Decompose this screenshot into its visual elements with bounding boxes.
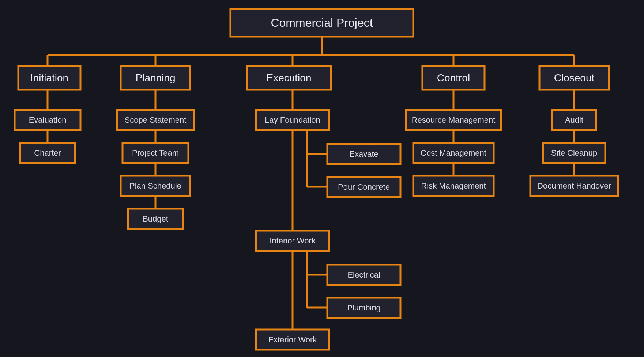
node-plan-schedule[interactable]: Plan Schedule	[121, 176, 190, 196]
node-pour-concrete[interactable]: Pour Concrete	[327, 177, 400, 197]
node-project-team[interactable]: Project Team	[123, 143, 188, 163]
node-budget-label: Budget	[143, 214, 168, 223]
node-exavate[interactable]: Exavate	[327, 144, 400, 164]
node-pour-concrete-label: Pour Concrete	[338, 182, 390, 191]
node-exterior-work[interactable]: Exterior Work	[256, 330, 329, 350]
node-document-handover-label: Document Handover	[537, 181, 611, 190]
node-scope-statement-label: Scope Statement	[125, 115, 187, 124]
node-site-cleanup[interactable]: Site Cleanup	[543, 143, 605, 163]
node-initiation-label: Initiation	[30, 72, 68, 83]
node-lay-foundation[interactable]: Lay Foundation	[256, 110, 329, 130]
node-cost-management-label: Cost Management	[421, 148, 486, 157]
node-control[interactable]: Control	[422, 66, 485, 90]
node-resource-management-label: Resource Management	[412, 115, 496, 124]
node-interior-work-label: Interior Work	[270, 236, 316, 245]
node-risk-management[interactable]: Risk Management	[413, 176, 494, 196]
node-exavate-label: Exavate	[349, 149, 379, 159]
node-charter-label: Charter	[34, 148, 61, 157]
node-plan-schedule-label: Plan Schedule	[129, 181, 181, 190]
node-closeout-label: Closeout	[554, 72, 595, 83]
node-audit[interactable]: Audit	[552, 110, 596, 130]
node-root[interactable]: Commercial Project	[230, 9, 413, 37]
node-plumbing[interactable]: Plumbing	[327, 298, 400, 318]
node-electrical[interactable]: Electrical	[327, 265, 400, 285]
node-plumbing-label: Plumbing	[347, 303, 381, 312]
node-audit-label: Audit	[565, 115, 583, 124]
node-execution-label: Execution	[267, 72, 312, 83]
node-charter[interactable]: Charter	[20, 143, 75, 163]
node-root-label: Commercial Project	[271, 16, 373, 29]
node-interior-work[interactable]: Interior Work	[256, 231, 329, 251]
node-initiation[interactable]: Initiation	[18, 66, 80, 90]
node-budget[interactable]: Budget	[128, 209, 183, 229]
node-planning-label: Planning	[136, 72, 176, 83]
node-cost-management[interactable]: Cost Management	[413, 143, 494, 163]
node-planning[interactable]: Planning	[121, 66, 190, 90]
node-electrical-label: Electrical	[347, 270, 380, 279]
node-site-cleanup-label: Site Cleanup	[551, 148, 597, 157]
node-evaluation-label: Evaluation	[29, 115, 67, 124]
node-resource-management[interactable]: Resource Management	[406, 110, 501, 130]
node-control-label: Control	[437, 72, 470, 83]
node-evaluation[interactable]: Evaluation	[15, 110, 80, 130]
node-scope-statement[interactable]: Scope Statement	[117, 110, 194, 130]
node-risk-management-label: Risk Management	[421, 181, 486, 190]
node-project-team-label: Project Team	[132, 148, 179, 157]
node-lay-foundation-label: Lay Foundation	[265, 115, 320, 124]
node-execution[interactable]: Execution	[247, 66, 331, 90]
node-closeout[interactable]: Closeout	[539, 66, 609, 90]
node-document-handover[interactable]: Document Handover	[530, 176, 618, 196]
node-exterior-work-label: Exterior Work	[268, 335, 317, 344]
